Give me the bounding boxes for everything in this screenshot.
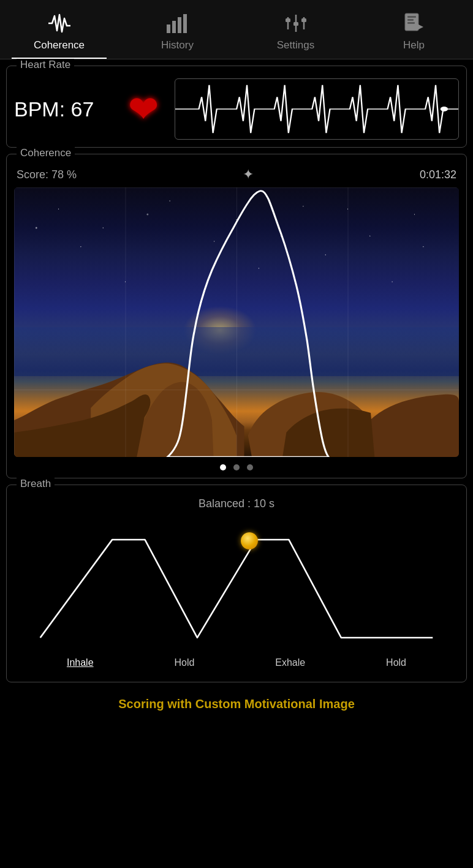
breath-ball [241, 532, 258, 549]
help-icon [401, 11, 428, 36]
heart-rate-content: BPM: 67 ❤ [14, 78, 459, 140]
svg-rect-2 [178, 17, 181, 33]
score-label: Score: 78 % [17, 168, 77, 181]
svg-rect-14 [407, 22, 415, 24]
svg-rect-5 [286, 18, 290, 22]
bpm-label: BPM: 67 [14, 97, 112, 121]
svg-point-16 [441, 107, 448, 111]
coherence-icon [46, 11, 73, 36]
svg-rect-0 [167, 25, 170, 33]
dot-2[interactable] [233, 464, 240, 470]
tab-settings[interactable]: Settings [236, 0, 355, 59]
heart-rate-section: Heart Rate BPM: 67 ❤ [6, 66, 467, 148]
breath-label-exhale: Exhale [275, 657, 305, 668]
heart-icon: ❤ [122, 88, 165, 130]
tab-settings-label: Settings [277, 39, 314, 51]
bell-curve-svg [14, 187, 459, 457]
heart-rate-title: Heart Rate [17, 59, 74, 71]
tab-bar: Coherence History Settings [0, 0, 473, 59]
breath-mode-label: Balanced : 10 s [14, 497, 459, 510]
svg-rect-13 [407, 19, 414, 21]
tab-help[interactable]: Help [355, 0, 473, 59]
tab-coherence[interactable]: Coherence [0, 0, 118, 59]
breath-label-inhale: Inhale [67, 657, 94, 668]
page-dots [14, 464, 459, 470]
coherence-image [14, 187, 459, 457]
coherence-title: Coherence [17, 147, 75, 159]
breath-labels: Inhale Hold Exhale Hold [14, 657, 459, 668]
tab-history-label: History [161, 39, 194, 51]
tab-coherence-label: Coherence [34, 39, 85, 51]
ecg-display [175, 78, 459, 140]
breath-chart: Inhale Hold Exhale Hold [14, 515, 459, 674]
breath-label-hold2: Hold [386, 657, 406, 668]
breath-title: Breath [17, 478, 55, 490]
bottom-status-text: Scoring with Custom Motivational Image [0, 687, 473, 723]
settings-icon [282, 11, 309, 36]
svg-marker-15 [416, 23, 423, 31]
tab-history[interactable]: History [118, 0, 236, 59]
breath-section: Breath Balanced : 10 s Inhale Hold Exhal… [6, 485, 467, 682]
svg-rect-12 [407, 16, 416, 18]
dot-1[interactable] [220, 464, 226, 470]
coherence-header: Score: 78 % ✦ 0:01:32 [14, 167, 459, 183]
history-icon [164, 11, 191, 36]
svg-rect-9 [301, 18, 306, 22]
coherence-section: Coherence Score: 78 % ✦ 0:01:32 [6, 154, 467, 478]
svg-rect-3 [183, 14, 187, 33]
svg-rect-7 [293, 22, 298, 26]
svg-rect-1 [172, 21, 176, 33]
breath-wave-svg [14, 515, 459, 650]
dot-3[interactable] [247, 464, 253, 470]
bluetooth-icon: ✦ [243, 167, 254, 183]
tab-help-label: Help [403, 39, 425, 51]
coherence-timer: 0:01:32 [420, 168, 456, 181]
breath-label-hold1: Hold [174, 657, 194, 668]
